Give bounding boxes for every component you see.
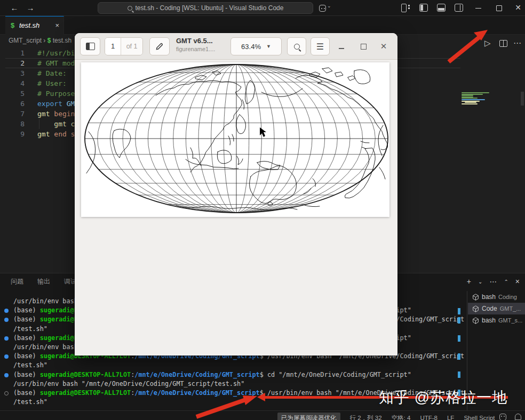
- code-token: [37, 120, 54, 128]
- pdf-toolbar: 1 of 1 GMT v6.5... figurename1.... 63.4%…: [75, 33, 397, 60]
- toggle-secondary-sidebar-icon[interactable]: [455, 4, 463, 12]
- pdf-search-button[interactable]: [287, 37, 306, 55]
- command-center-search[interactable]: test.sh - Coding [WSL: Ubuntu] - Visual …: [98, 2, 313, 14]
- tab-close-icon[interactable]: ×: [55, 21, 59, 29]
- panel-maximize-icon[interactable]: ⌃: [504, 279, 508, 285]
- terminal-line: /test.sh": [0, 361, 465, 370]
- code-token: # Purpose:: [37, 90, 79, 98]
- feedback-icon[interactable]: [499, 414, 506, 420]
- command-decoration-icon[interactable]: [4, 354, 9, 359]
- terminal-text: (base): [13, 352, 40, 360]
- terminal-list-item[interactable]: bashCoding: [468, 291, 525, 303]
- terminal-text: (base): [13, 306, 40, 314]
- terminal-text: /usr/bin/env bash "/mnt/e/OneDrive/Codin…: [13, 380, 244, 387]
- notifications-bell-icon[interactable]: [515, 414, 521, 420]
- toggle-panel-icon[interactable]: [437, 4, 446, 12]
- terminal-detail: Coding: [498, 294, 517, 300]
- status-item[interactable]: Shell Script: [464, 415, 495, 420]
- scrollbar-command-mark: [458, 317, 460, 324]
- line-number: 2: [4, 58, 25, 68]
- copilot-icon[interactable]: ⌄: [319, 3, 335, 13]
- line-number: 4: [4, 78, 25, 88]
- terminal-text: /test.sh": [13, 325, 47, 333]
- panel-more-icon[interactable]: ⋯: [489, 277, 497, 286]
- forward-icon[interactable]: →: [26, 3, 35, 13]
- terminal-dropdown-icon[interactable]: ⌄: [478, 279, 482, 285]
- search-icon: [294, 44, 300, 50]
- tab-label: test.sh: [19, 21, 39, 29]
- command-decoration-icon[interactable]: [4, 391, 9, 395]
- code-token: # User:: [37, 79, 67, 87]
- line-number: 9: [4, 129, 25, 139]
- tab-test-sh[interactable]: $ test.sh ×: [5, 16, 64, 35]
- command-decoration-icon[interactable]: [4, 318, 9, 322]
- annotate-button[interactable]: [149, 37, 170, 55]
- command-decoration-icon[interactable]: [4, 336, 9, 341]
- panel-close-icon[interactable]: ×: [515, 277, 520, 286]
- pdf-page: [81, 62, 389, 217]
- status-item[interactable]: 已为屏幕阅读器优化: [277, 413, 340, 420]
- command-decoration-icon[interactable]: [4, 373, 9, 377]
- status-item[interactable]: 空格: 4: [392, 414, 411, 420]
- line-number: 1: [4, 48, 25, 58]
- maximize-button[interactable]: [494, 3, 504, 13]
- terminal-text: /mnt/e/OneDrive/Coding/GMT_script: [134, 389, 259, 397]
- new-terminal-icon[interactable]: +: [467, 277, 471, 286]
- sidebar-toggle-button[interactable]: [80, 37, 100, 55]
- editor-tab-bar: $ test.sh × ▷ ⋯: [0, 16, 525, 35]
- terminal-text: (base): [13, 389, 40, 397]
- terminal-icon: [472, 305, 479, 312]
- terminal-list: bashCodingCodeGMT_...bashGMT_s...: [468, 291, 525, 326]
- terminal-icon: [472, 294, 479, 301]
- tab-output[interactable]: 输出: [37, 273, 50, 289]
- tab-problems[interactable]: 问题: [11, 273, 23, 289]
- shell-file-icon: $: [11, 21, 14, 29]
- status-item[interactable]: UTF-8: [420, 415, 438, 420]
- mouse-cursor: [260, 127, 266, 137]
- world-map-figure: [81, 62, 389, 217]
- page-count-label: of 1: [121, 38, 142, 55]
- pdf-maximize-button[interactable]: [357, 42, 369, 51]
- terminal-list-item[interactable]: CodeGMT_...: [468, 303, 525, 314]
- page-number-input[interactable]: 1: [105, 38, 121, 55]
- status-item[interactable]: LF: [447, 415, 454, 420]
- status-item[interactable]: 行 2，列 32: [350, 414, 382, 420]
- code-token: gmt: [37, 110, 50, 118]
- pencil-icon: [155, 42, 164, 51]
- pdf-minimize-button[interactable]: [336, 42, 348, 51]
- pdf-file-name: figurename1....: [176, 46, 237, 52]
- split-editor-icon[interactable]: [499, 40, 507, 47]
- code-token: gmt: [54, 120, 66, 128]
- toggle-sidebar-icon[interactable]: [419, 4, 428, 12]
- pdf-close-button[interactable]: ✕: [378, 42, 389, 51]
- search-icon: [128, 6, 132, 11]
- panel-actions: + ⌄ ⋯ ⌃ ×: [467, 273, 520, 289]
- close-button[interactable]: ✕: [513, 3, 523, 13]
- terminal-text: $: [260, 389, 267, 397]
- terminal-name: bash: [482, 317, 496, 324]
- terminal-icon: [472, 317, 479, 324]
- scrollbar-command-mark: [458, 335, 460, 342]
- window-title: test.sh - Coding [WSL: Ubuntu] - Visual …: [136, 4, 284, 12]
- terminal-text: sugeradi@DESKTOP-ALL7LOT: [40, 371, 131, 378]
- pdf-menu-button[interactable]: ☰: [311, 37, 330, 55]
- zhihu-watermark: 知乎 @苏格拉一地: [379, 387, 507, 408]
- breadcrumb[interactable]: GMT_script › $ test.sh: [9, 35, 71, 46]
- terminal-detail: GMT_...: [500, 305, 521, 312]
- pdf-viewer-window[interactable]: 1 of 1 GMT v6.5... figurename1.... 63.4%…: [75, 33, 397, 356]
- code-token: export: [37, 100, 62, 108]
- terminal-text: (base): [13, 316, 40, 323]
- back-icon[interactable]: ←: [10, 3, 19, 13]
- minimize-button[interactable]: [474, 3, 483, 13]
- customize-layout-icon[interactable]: [401, 4, 410, 12]
- terminal-list-item[interactable]: bashGMT_s...: [468, 314, 525, 326]
- terminal-text: (base): [13, 371, 40, 378]
- editor-scrollbar[interactable]: [521, 92, 524, 106]
- terminal-text: sugeradi@DESKTOP-ALL7LOT: [40, 389, 131, 397]
- zoom-dropdown[interactable]: 63.4%▼: [230, 37, 282, 55]
- line-number: 5: [4, 88, 25, 99]
- command-decoration-icon[interactable]: [4, 309, 9, 313]
- minimap[interactable]: [462, 92, 498, 106]
- pdf-canvas[interactable]: [75, 60, 397, 356]
- terminal-text: (base): [13, 334, 40, 342]
